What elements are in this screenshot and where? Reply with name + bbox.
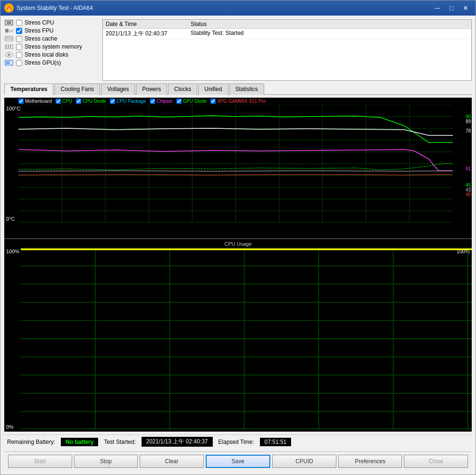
legend-motherboard-checkbox[interactable]	[18, 99, 24, 104]
svg-rect-4	[5, 36, 13, 41]
legend-cpu-package-label: CPU Package	[117, 99, 146, 104]
close-window-button[interactable]: ✕	[459, 3, 472, 13]
stress-cpu-label: Stress CPU	[25, 19, 54, 26]
stress-fpu-checkbox[interactable]	[16, 28, 22, 34]
cache-icon	[4, 35, 14, 42]
legend-cpu-diode-checkbox[interactable]	[76, 99, 81, 104]
disk-icon	[4, 51, 14, 58]
tabs-section: Temperatures Cooling Fans Voltages Power…	[4, 83, 472, 95]
status-panel: Date & Time Status 2021/1/13 上午 02:40:37…	[102, 19, 472, 81]
cpu-usage-bottom: 0%	[6, 424, 14, 430]
status-value-text: Stability Test: Started	[191, 30, 468, 38]
content-area: Stress CPU 123 Stress FPU Stress cache	[0, 16, 476, 475]
legend-cpu: CPU	[56, 99, 72, 104]
cpu-usage-svg	[21, 248, 472, 430]
window-title: System Stability Test - AIDA64	[17, 5, 431, 11]
legend-cpu-package-checkbox[interactable]	[110, 99, 115, 104]
battery-value: No battery	[61, 438, 98, 446]
battery-label: Remaining Battery:	[7, 439, 55, 445]
tab-temperatures[interactable]: Temperatures	[4, 83, 53, 95]
date-time-value: 2021/1/13 上午 02:40:37	[106, 30, 191, 38]
stress-disk-item: Stress local disks	[4, 51, 99, 58]
temp-label-89: 89	[466, 119, 471, 124]
app-icon: 🔥	[4, 3, 14, 13]
date-time-header: Date & Time	[106, 21, 191, 27]
legend-chipset-label: Chipset	[157, 99, 173, 104]
svg-rect-8	[6, 46, 7, 48]
legend-cpu-diode-label: CPU Diode	[83, 99, 106, 104]
tab-cooling-fans[interactable]: Cooling Fans	[54, 83, 100, 95]
svg-rect-10	[10, 46, 11, 48]
start-button[interactable]: Start	[8, 455, 72, 468]
window-controls: ─ □ ✕	[431, 3, 472, 13]
legend-chipset-checkbox[interactable]	[150, 99, 155, 104]
stop-button[interactable]: Stop	[74, 455, 138, 468]
clear-button[interactable]: Clear	[140, 455, 204, 468]
stress-cache-item: Stress cache	[4, 35, 99, 42]
main-window: 🔥 System Stability Test - AIDA64 ─ □ ✕ S…	[0, 0, 476, 475]
stress-memory-item: Stress system memory	[4, 43, 99, 50]
temp-label-61: 61	[466, 166, 471, 171]
close-button[interactable]: Close	[404, 455, 468, 468]
stress-cache-label: Stress cache	[25, 35, 57, 42]
legend-xpg-label: XPG GAMMIX S11 Pro	[217, 99, 266, 104]
legend-cpu-label: CPU	[62, 99, 72, 104]
stress-memory-label: Stress system memory	[25, 43, 82, 50]
tab-bar: Temperatures Cooling Fans Voltages Power…	[4, 83, 472, 95]
legend-chipset: Chipset	[150, 99, 173, 104]
legend-cpu-diode: CPU Diode	[76, 99, 106, 104]
cpu-usage-title: CPU Usage	[4, 241, 472, 247]
legend-gpu-diode-checkbox[interactable]	[176, 99, 182, 104]
bottom-buttons: Start Stop Clear Save CPUID Preferences …	[4, 451, 472, 471]
temp-legend: Motherboard CPU CPU Diode CPU Package	[4, 98, 472, 105]
stress-disk-checkbox[interactable]	[16, 52, 22, 58]
svg-rect-14	[6, 61, 10, 64]
bottom-status-bar: Remaining Battery: No battery Test Start…	[4, 434, 472, 449]
cpu-usage-chart: CPU Usage 100% 100% 0%	[4, 239, 472, 432]
status-header-label: Status	[191, 21, 468, 27]
legend-gpu-diode-label: GPU Diode	[183, 99, 207, 104]
tab-powers[interactable]: Powers	[136, 83, 167, 95]
stress-fpu-label: Stress FPU	[25, 27, 53, 34]
gpu-icon	[4, 59, 14, 66]
tab-voltages[interactable]: Voltages	[101, 83, 135, 95]
test-started-value: 2021/1/13 上午 02:40:37	[142, 437, 213, 447]
temp-y-min: 0°C	[6, 216, 15, 222]
stress-disk-label: Stress local disks	[25, 51, 68, 58]
top-section: Stress CPU 123 Stress FPU Stress cache	[4, 19, 472, 81]
stress-cpu-checkbox[interactable]	[16, 20, 22, 26]
stress-gpu-checkbox[interactable]	[16, 60, 22, 66]
minimize-button[interactable]: ─	[431, 3, 443, 13]
title-bar: 🔥 System Stability Test - AIDA64 ─ □ ✕	[0, 0, 476, 16]
maximize-button[interactable]: □	[445, 3, 458, 13]
charts-area: Motherboard CPU CPU Diode CPU Package	[4, 98, 472, 432]
memory-icon	[4, 43, 14, 50]
svg-rect-1	[7, 21, 11, 24]
legend-xpg-checkbox[interactable]	[210, 99, 216, 104]
tab-clocks[interactable]: Clocks	[168, 83, 197, 95]
stress-gpu-label: Stress GPU(s)	[25, 59, 61, 66]
cpu-usage-top-left: 100%	[6, 249, 19, 254]
status-table-row: 2021/1/13 上午 02:40:37 Stability Test: St…	[103, 29, 471, 39]
cpu-icon	[4, 19, 14, 26]
legend-motherboard: Motherboard	[18, 99, 52, 104]
cpuid-button[interactable]: CPUID	[272, 455, 336, 468]
tab-unified[interactable]: Unified	[198, 83, 228, 95]
tab-statistics[interactable]: Statistics	[229, 83, 264, 95]
stress-options-panel: Stress CPU 123 Stress FPU Stress cache	[4, 19, 99, 81]
stress-cpu-item: Stress CPU	[4, 19, 99, 26]
legend-cpu-checkbox[interactable]	[56, 99, 61, 104]
svg-point-12	[8, 54, 10, 56]
test-started-label: Test Started:	[104, 439, 135, 445]
stress-gpu-item: Stress GPU(s)	[4, 59, 99, 66]
stress-memory-checkbox[interactable]	[16, 44, 22, 50]
temperature-chart: Motherboard CPU CPU Diode CPU Package	[4, 98, 472, 239]
legend-cpu-package: CPU Package	[110, 99, 146, 104]
temp-label-40: 40	[466, 192, 471, 197]
legend-gpu-diode: GPU Diode	[176, 99, 207, 104]
stress-cache-checkbox[interactable]	[16, 36, 22, 42]
save-button[interactable]: Save	[206, 455, 271, 468]
fpu-icon: 123	[4, 27, 14, 34]
elapsed-value: 07:51:51	[260, 438, 292, 446]
preferences-button[interactable]: Preferences	[338, 455, 402, 468]
